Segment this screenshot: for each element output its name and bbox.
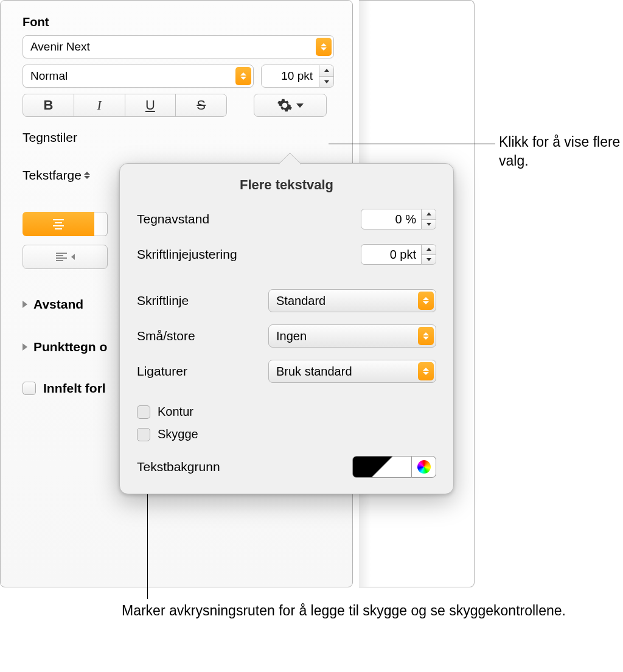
disclosure-triangle-icon[interactable] <box>23 301 27 308</box>
font-section-title: Font <box>23 15 334 29</box>
callout-leader-line <box>329 144 495 144</box>
baseline-shift-field[interactable]: 0 pkt <box>361 244 422 265</box>
callout-shadow: Marker avkrysningsruten for å legge til … <box>122 601 566 620</box>
updown-icon <box>316 38 332 56</box>
baseline-label: Skriftlinje <box>137 293 189 308</box>
caps-select[interactable]: Ingen <box>268 324 436 348</box>
font-size-stepper[interactable] <box>319 65 334 88</box>
chevron-down-icon <box>296 103 304 108</box>
decrease-indent-button[interactable] <box>23 245 108 269</box>
ligatures-select[interactable]: Bruk standard <box>268 360 436 383</box>
baseline-shift-label: Skriftlinjejustering <box>137 247 237 262</box>
outline-label: Kontur <box>158 405 193 419</box>
callout-gear: Klikk for å vise flere valg. <box>499 133 623 170</box>
char-spacing-field[interactable]: 0 % <box>361 209 422 229</box>
shadow-checkbox[interactable] <box>137 428 150 441</box>
font-family-select[interactable]: Avenir Next <box>23 35 334 58</box>
color-wheel-icon <box>417 460 431 474</box>
font-style-select[interactable]: Normal <box>23 65 254 88</box>
stepper-up[interactable] <box>319 65 333 76</box>
dropcap-label: Innfelt forl <box>43 381 106 396</box>
text-color-popup[interactable] <box>84 172 92 179</box>
font-style-value: Normal <box>30 69 68 83</box>
updown-icon <box>418 327 434 345</box>
baseline-select[interactable]: Standard <box>268 289 436 312</box>
updown-icon <box>418 292 434 310</box>
text-bg-label: Tekstbakgrunn <box>137 460 220 474</box>
spacing-section[interactable]: Avstand <box>33 297 83 312</box>
bold-button[interactable]: B <box>23 94 74 116</box>
more-options-button[interactable] <box>254 94 327 117</box>
font-family-value: Avenir Next <box>30 40 90 54</box>
char-spacing-stepper[interactable] <box>422 209 436 229</box>
popover-title: Flere tekstvalg <box>137 177 436 193</box>
underline-button[interactable]: U <box>125 94 176 116</box>
align-center-button[interactable] <box>23 212 94 236</box>
text-bg-color-picker[interactable] <box>412 456 436 478</box>
char-styles-label: Tegnstiler <box>23 130 334 145</box>
font-size-value: 10 pkt <box>281 69 313 83</box>
caps-label: Små/store <box>137 329 195 343</box>
updown-icon <box>235 67 251 85</box>
dropcap-checkbox[interactable] <box>23 382 36 395</box>
font-size-field[interactable]: 10 pkt <box>261 65 319 88</box>
more-text-options-popover: Flere tekstvalg Tegnavstand 0 % Skriftli… <box>119 163 454 494</box>
disclosure-triangle-icon[interactable] <box>23 343 27 351</box>
caps-value: Ingen <box>276 329 307 343</box>
gear-icon <box>277 97 293 113</box>
baseline-value: Standard <box>276 294 325 308</box>
ligatures-value: Bruk standard <box>276 365 352 379</box>
align-next-button[interactable] <box>94 212 108 236</box>
stepper-down[interactable] <box>319 76 333 88</box>
ligatures-label: Ligaturer <box>137 364 187 379</box>
char-spacing-label: Tegnavstand <box>137 212 209 226</box>
outline-checkbox[interactable] <box>137 405 150 419</box>
char-spacing-value: 0 % <box>395 212 416 226</box>
indent-left-icon <box>71 254 75 260</box>
text-bg-color-well[interactable] <box>352 456 412 478</box>
bullets-section[interactable]: Punkttegn o <box>33 340 107 354</box>
callout-leader-line <box>147 494 148 599</box>
strikethrough-button[interactable]: S <box>175 94 226 116</box>
text-color-label: Tekstfarge <box>23 168 82 183</box>
italic-button[interactable]: I <box>74 94 125 116</box>
updown-icon <box>418 362 434 380</box>
shadow-label: Skygge <box>158 427 198 441</box>
baseline-shift-stepper[interactable] <box>422 244 436 265</box>
text-style-segmented: B I U S <box>23 94 227 117</box>
baseline-shift-value: 0 pkt <box>390 248 416 262</box>
